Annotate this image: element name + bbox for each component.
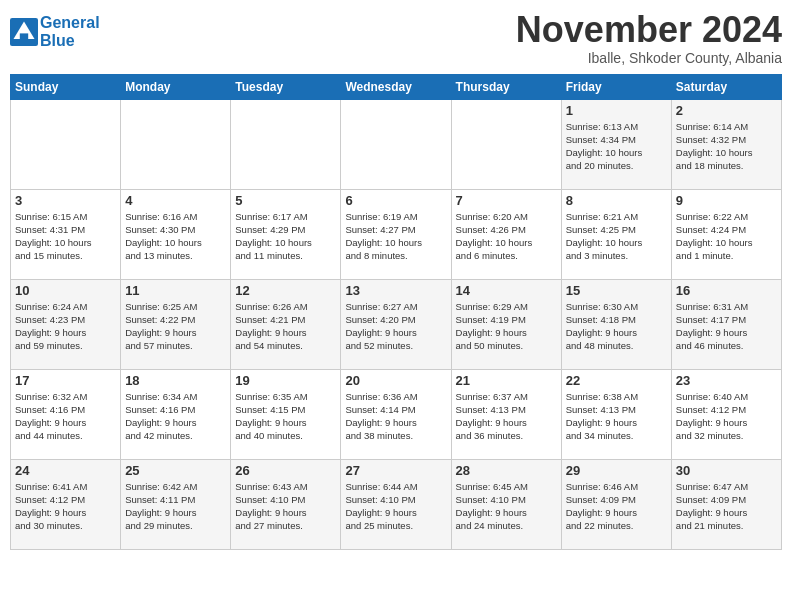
calendar-cell: 12Sunrise: 6:26 AM Sunset: 4:21 PM Dayli… <box>231 279 341 369</box>
day-info: Sunrise: 6:27 AM Sunset: 4:20 PM Dayligh… <box>345 300 446 353</box>
day-number: 8 <box>566 193 667 208</box>
calendar-cell: 20Sunrise: 6:36 AM Sunset: 4:14 PM Dayli… <box>341 369 451 459</box>
day-info: Sunrise: 6:37 AM Sunset: 4:13 PM Dayligh… <box>456 390 557 443</box>
day-number: 3 <box>15 193 116 208</box>
calendar-cell: 23Sunrise: 6:40 AM Sunset: 4:12 PM Dayli… <box>671 369 781 459</box>
calendar-cell: 15Sunrise: 6:30 AM Sunset: 4:18 PM Dayli… <box>561 279 671 369</box>
day-number: 30 <box>676 463 777 478</box>
day-info: Sunrise: 6:41 AM Sunset: 4:12 PM Dayligh… <box>15 480 116 533</box>
day-number: 21 <box>456 373 557 388</box>
logo-line2: Blue <box>40 32 100 50</box>
day-number: 27 <box>345 463 446 478</box>
day-number: 24 <box>15 463 116 478</box>
day-number: 2 <box>676 103 777 118</box>
day-number: 5 <box>235 193 336 208</box>
day-info: Sunrise: 6:38 AM Sunset: 4:13 PM Dayligh… <box>566 390 667 443</box>
day-number: 18 <box>125 373 226 388</box>
day-info: Sunrise: 6:31 AM Sunset: 4:17 PM Dayligh… <box>676 300 777 353</box>
day-number: 17 <box>15 373 116 388</box>
calendar-cell: 24Sunrise: 6:41 AM Sunset: 4:12 PM Dayli… <box>11 459 121 549</box>
weekday-header-wednesday: Wednesday <box>341 74 451 99</box>
weekday-header-friday: Friday <box>561 74 671 99</box>
calendar-cell <box>341 99 451 189</box>
calendar-cell: 18Sunrise: 6:34 AM Sunset: 4:16 PM Dayli… <box>121 369 231 459</box>
calendar-cell: 29Sunrise: 6:46 AM Sunset: 4:09 PM Dayli… <box>561 459 671 549</box>
weekday-header-saturday: Saturday <box>671 74 781 99</box>
day-info: Sunrise: 6:46 AM Sunset: 4:09 PM Dayligh… <box>566 480 667 533</box>
day-number: 22 <box>566 373 667 388</box>
day-number: 29 <box>566 463 667 478</box>
calendar-cell: 28Sunrise: 6:45 AM Sunset: 4:10 PM Dayli… <box>451 459 561 549</box>
day-info: Sunrise: 6:19 AM Sunset: 4:27 PM Dayligh… <box>345 210 446 263</box>
weekday-header-tuesday: Tuesday <box>231 74 341 99</box>
day-number: 25 <box>125 463 226 478</box>
calendar-cell: 21Sunrise: 6:37 AM Sunset: 4:13 PM Dayli… <box>451 369 561 459</box>
day-info: Sunrise: 6:30 AM Sunset: 4:18 PM Dayligh… <box>566 300 667 353</box>
calendar-cell: 25Sunrise: 6:42 AM Sunset: 4:11 PM Dayli… <box>121 459 231 549</box>
day-info: Sunrise: 6:22 AM Sunset: 4:24 PM Dayligh… <box>676 210 777 263</box>
day-number: 15 <box>566 283 667 298</box>
calendar-cell: 27Sunrise: 6:44 AM Sunset: 4:10 PM Dayli… <box>341 459 451 549</box>
day-info: Sunrise: 6:34 AM Sunset: 4:16 PM Dayligh… <box>125 390 226 443</box>
calendar-cell: 19Sunrise: 6:35 AM Sunset: 4:15 PM Dayli… <box>231 369 341 459</box>
day-info: Sunrise: 6:13 AM Sunset: 4:34 PM Dayligh… <box>566 120 667 173</box>
day-number: 13 <box>345 283 446 298</box>
calendar-cell: 14Sunrise: 6:29 AM Sunset: 4:19 PM Dayli… <box>451 279 561 369</box>
day-number: 10 <box>15 283 116 298</box>
calendar-cell: 17Sunrise: 6:32 AM Sunset: 4:16 PM Dayli… <box>11 369 121 459</box>
calendar-cell: 16Sunrise: 6:31 AM Sunset: 4:17 PM Dayli… <box>671 279 781 369</box>
day-number: 20 <box>345 373 446 388</box>
page-header: General Blue November 2024 Iballe, Shkod… <box>10 10 782 66</box>
calendar-cell: 8Sunrise: 6:21 AM Sunset: 4:25 PM Daylig… <box>561 189 671 279</box>
calendar-week-row: 1Sunrise: 6:13 AM Sunset: 4:34 PM Daylig… <box>11 99 782 189</box>
day-info: Sunrise: 6:25 AM Sunset: 4:22 PM Dayligh… <box>125 300 226 353</box>
calendar-cell: 30Sunrise: 6:47 AM Sunset: 4:09 PM Dayli… <box>671 459 781 549</box>
day-info: Sunrise: 6:47 AM Sunset: 4:09 PM Dayligh… <box>676 480 777 533</box>
day-info: Sunrise: 6:42 AM Sunset: 4:11 PM Dayligh… <box>125 480 226 533</box>
day-info: Sunrise: 6:45 AM Sunset: 4:10 PM Dayligh… <box>456 480 557 533</box>
logo: General Blue <box>10 14 100 49</box>
calendar-week-row: 10Sunrise: 6:24 AM Sunset: 4:23 PM Dayli… <box>11 279 782 369</box>
calendar-week-row: 24Sunrise: 6:41 AM Sunset: 4:12 PM Dayli… <box>11 459 782 549</box>
weekday-header-sunday: Sunday <box>11 74 121 99</box>
calendar-week-row: 3Sunrise: 6:15 AM Sunset: 4:31 PM Daylig… <box>11 189 782 279</box>
day-info: Sunrise: 6:14 AM Sunset: 4:32 PM Dayligh… <box>676 120 777 173</box>
calendar-cell <box>451 99 561 189</box>
day-number: 16 <box>676 283 777 298</box>
calendar-cell: 1Sunrise: 6:13 AM Sunset: 4:34 PM Daylig… <box>561 99 671 189</box>
day-info: Sunrise: 6:44 AM Sunset: 4:10 PM Dayligh… <box>345 480 446 533</box>
day-info: Sunrise: 6:40 AM Sunset: 4:12 PM Dayligh… <box>676 390 777 443</box>
calendar-cell: 2Sunrise: 6:14 AM Sunset: 4:32 PM Daylig… <box>671 99 781 189</box>
day-info: Sunrise: 6:16 AM Sunset: 4:30 PM Dayligh… <box>125 210 226 263</box>
day-number: 19 <box>235 373 336 388</box>
day-info: Sunrise: 6:21 AM Sunset: 4:25 PM Dayligh… <box>566 210 667 263</box>
day-info: Sunrise: 6:20 AM Sunset: 4:26 PM Dayligh… <box>456 210 557 263</box>
day-info: Sunrise: 6:43 AM Sunset: 4:10 PM Dayligh… <box>235 480 336 533</box>
calendar-cell: 11Sunrise: 6:25 AM Sunset: 4:22 PM Dayli… <box>121 279 231 369</box>
weekday-header-monday: Monday <box>121 74 231 99</box>
weekday-header-thursday: Thursday <box>451 74 561 99</box>
logo-line1: General <box>40 14 100 32</box>
calendar-cell <box>231 99 341 189</box>
calendar-cell: 4Sunrise: 6:16 AM Sunset: 4:30 PM Daylig… <box>121 189 231 279</box>
calendar-cell: 3Sunrise: 6:15 AM Sunset: 4:31 PM Daylig… <box>11 189 121 279</box>
calendar-cell: 7Sunrise: 6:20 AM Sunset: 4:26 PM Daylig… <box>451 189 561 279</box>
day-number: 28 <box>456 463 557 478</box>
calendar-cell <box>121 99 231 189</box>
day-number: 26 <box>235 463 336 478</box>
day-number: 14 <box>456 283 557 298</box>
calendar-cell <box>11 99 121 189</box>
day-info: Sunrise: 6:15 AM Sunset: 4:31 PM Dayligh… <box>15 210 116 263</box>
day-number: 4 <box>125 193 226 208</box>
day-info: Sunrise: 6:29 AM Sunset: 4:19 PM Dayligh… <box>456 300 557 353</box>
title-block: November 2024 Iballe, Shkoder County, Al… <box>516 10 782 66</box>
svg-rect-2 <box>20 33 28 39</box>
day-number: 11 <box>125 283 226 298</box>
day-info: Sunrise: 6:35 AM Sunset: 4:15 PM Dayligh… <box>235 390 336 443</box>
day-info: Sunrise: 6:32 AM Sunset: 4:16 PM Dayligh… <box>15 390 116 443</box>
calendar-cell: 6Sunrise: 6:19 AM Sunset: 4:27 PM Daylig… <box>341 189 451 279</box>
day-info: Sunrise: 6:24 AM Sunset: 4:23 PM Dayligh… <box>15 300 116 353</box>
day-info: Sunrise: 6:36 AM Sunset: 4:14 PM Dayligh… <box>345 390 446 443</box>
calendar-table: SundayMondayTuesdayWednesdayThursdayFrid… <box>10 74 782 550</box>
calendar-cell: 22Sunrise: 6:38 AM Sunset: 4:13 PM Dayli… <box>561 369 671 459</box>
